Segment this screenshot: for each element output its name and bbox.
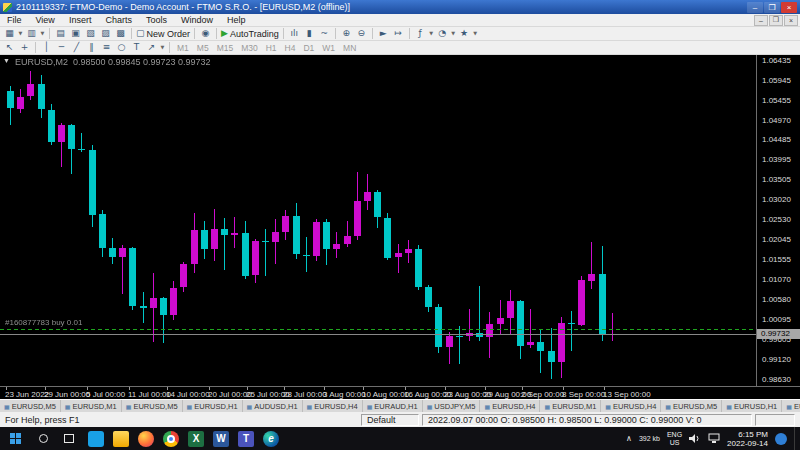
chart-tab[interactable]: ▦EURUSD,M1 bbox=[540, 400, 601, 412]
word-taskbar-icon[interactable]: W bbox=[213, 431, 229, 447]
periods-icon[interactable]: ◔ bbox=[435, 27, 450, 40]
indicators-dropdown-icon[interactable]: ▼ bbox=[428, 27, 435, 40]
chart-tab-icon: ▦ bbox=[307, 403, 313, 410]
objects-dropdown-icon[interactable]: ▼ bbox=[159, 41, 166, 54]
chart-tab[interactable]: ▦EURUSD,H4 bbox=[303, 400, 363, 412]
price-chart-canvas[interactable] bbox=[0, 55, 756, 386]
horizontal-line-icon[interactable]: ─ bbox=[54, 41, 69, 54]
mql5-community-icon[interactable]: ◉ bbox=[198, 27, 213, 40]
one-click-trading-toggle[interactable]: ▼ bbox=[3, 57, 10, 67]
chart-tab[interactable]: ▦EURUSD,H4 bbox=[601, 400, 661, 412]
teams-taskbar-icon[interactable]: T bbox=[238, 431, 254, 447]
timeframe-button-mn[interactable]: MN bbox=[339, 41, 360, 54]
periods-dropdown-icon[interactable]: ▼ bbox=[450, 27, 457, 40]
child-close-button[interactable]: × bbox=[784, 15, 798, 26]
start-button[interactable] bbox=[0, 427, 30, 450]
menu-view[interactable]: View bbox=[29, 14, 62, 26]
arrows-icon[interactable]: ↗ bbox=[144, 41, 159, 54]
edge-taskbar-icon[interactable]: e bbox=[263, 431, 279, 447]
timeframe-button-w1[interactable]: W1 bbox=[318, 41, 339, 54]
menu-charts[interactable]: Charts bbox=[98, 14, 139, 26]
line-chart-icon[interactable]: ~ bbox=[317, 27, 332, 40]
zoom-in-icon[interactable]: ⊕ bbox=[339, 27, 354, 40]
new-chart-dropdown-icon[interactable]: ▼ bbox=[17, 27, 24, 40]
profiles-dropdown-icon[interactable]: ▼ bbox=[39, 27, 46, 40]
language-indicator[interactable]: ENG US bbox=[667, 431, 682, 447]
task-view-button[interactable] bbox=[56, 427, 82, 450]
photos-taskbar-icon[interactable] bbox=[88, 431, 104, 447]
auto-scroll-icon[interactable]: ► bbox=[376, 27, 391, 40]
chart-tab[interactable]: ▦EURUSD,H4 bbox=[480, 400, 540, 412]
tray-chevron-icon[interactable]: ∧ bbox=[626, 434, 632, 443]
time-axis[interactable]: 23 Jun 202229 Jun 00:005 Jul 00:0011 Jul… bbox=[0, 386, 800, 399]
chart-shift-icon[interactable]: ↦ bbox=[391, 27, 406, 40]
templates-icon[interactable]: ★ bbox=[457, 27, 472, 40]
taskbar-clock[interactable]: 6:15 PM 2022-09-14 bbox=[727, 430, 768, 448]
excel-taskbar-icon[interactable]: X bbox=[188, 431, 204, 447]
maximize-button[interactable]: ❒ bbox=[764, 2, 780, 13]
menu-help[interactable]: Help bbox=[220, 14, 253, 26]
menu-tools[interactable]: Tools bbox=[139, 14, 174, 26]
timeframe-button-m1[interactable]: M1 bbox=[173, 41, 193, 54]
menu-insert[interactable]: Insert bbox=[62, 14, 99, 26]
chrome-taskbar-icon[interactable] bbox=[163, 431, 179, 447]
timeframe-button-m5[interactable]: M5 bbox=[193, 41, 213, 54]
zoom-out-icon[interactable]: ⊖ bbox=[354, 27, 369, 40]
chart-tab[interactable]: ▦USDJPY,M5 bbox=[423, 400, 481, 412]
chart-tab[interactable]: ▦EURUSD,H1 bbox=[782, 400, 800, 412]
autotrading-button[interactable]: ▶AutoTrading bbox=[220, 27, 280, 40]
chart-tab[interactable]: ▦EURAUD,H1 bbox=[363, 400, 423, 412]
chart-tab[interactable]: ▦EURUSD,H1 bbox=[722, 400, 782, 412]
menu-file[interactable]: File bbox=[0, 14, 29, 26]
strategy-tester-icon[interactable]: ▩ bbox=[113, 27, 128, 40]
volume-icon[interactable] bbox=[689, 433, 701, 444]
channel-icon[interactable]: ∥ bbox=[84, 41, 99, 54]
chart-tab[interactable]: ▦AUDUSD,H1 bbox=[243, 400, 303, 412]
network-icon[interactable] bbox=[708, 433, 720, 444]
vertical-line-icon[interactable]: │ bbox=[39, 41, 54, 54]
text-icon[interactable]: T bbox=[129, 41, 144, 54]
timeframe-button-d1[interactable]: D1 bbox=[299, 41, 318, 54]
firefox-taskbar-icon[interactable] bbox=[138, 431, 154, 447]
navigator-icon[interactable]: ▧ bbox=[83, 27, 98, 40]
candlestick-chart-icon[interactable]: ▮ bbox=[302, 27, 317, 40]
market-watch-icon[interactable]: ▤ bbox=[53, 27, 68, 40]
crosshair-icon[interactable]: + bbox=[17, 41, 32, 54]
chart-tab[interactable]: ▦EURUSD,M1 bbox=[61, 400, 122, 412]
search-button[interactable] bbox=[30, 427, 56, 450]
close-button[interactable]: × bbox=[781, 2, 797, 13]
time-axis-label: 29 Jun 00:00 bbox=[44, 390, 90, 399]
timeframe-button-h4[interactable]: H4 bbox=[281, 41, 300, 54]
terminal-icon[interactable]: ▨ bbox=[98, 27, 113, 40]
notification-center-icon[interactable] bbox=[775, 433, 787, 445]
shapes-icon[interactable]: ○ bbox=[114, 41, 129, 54]
templates-dropdown-icon[interactable]: ▼ bbox=[472, 27, 479, 40]
file-explorer-taskbar-icon[interactable] bbox=[113, 431, 129, 447]
menu-window[interactable]: Window bbox=[174, 14, 220, 26]
child-minimize-button[interactable]: – bbox=[754, 15, 768, 26]
minimize-button[interactable]: – bbox=[747, 2, 763, 13]
fibonacci-icon[interactable]: ≡ bbox=[99, 41, 114, 54]
chart-tab[interactable]: ▦EURUSD,M5 bbox=[0, 400, 61, 412]
time-axis-tick bbox=[129, 387, 130, 390]
chart-tab[interactable]: ▦EURUSD,M5 bbox=[661, 400, 722, 412]
timeframe-button-m15[interactable]: M15 bbox=[213, 41, 238, 54]
trendline-icon[interactable]: ╱ bbox=[69, 41, 84, 54]
chart-tab[interactable]: ▦EURUSD,M5 bbox=[122, 400, 183, 412]
profiles-icon-glyph: ▥ bbox=[27, 27, 36, 40]
timeframe-button-m30[interactable]: M30 bbox=[237, 41, 262, 54]
cursor-icon[interactable]: ↖ bbox=[2, 41, 17, 54]
status-profile[interactable]: Default bbox=[361, 414, 419, 426]
new-chart-icon[interactable]: ▦ bbox=[2, 27, 17, 40]
child-restore-button[interactable]: ❒ bbox=[769, 15, 783, 26]
data-window-icon[interactable]: ▣ bbox=[68, 27, 83, 40]
new-order-button[interactable]: ▢New Order bbox=[135, 27, 191, 40]
zoom-out-icon-glyph: ⊖ bbox=[357, 27, 365, 40]
bar-chart-icon[interactable]: ılı bbox=[287, 27, 302, 40]
chart-area[interactable]: ▼ EURUSD,M2 0.98500 0.99845 0.99723 0.99… bbox=[0, 55, 800, 399]
show-desktop-button[interactable] bbox=[794, 427, 798, 450]
timeframe-button-h1[interactable]: H1 bbox=[262, 41, 281, 54]
profiles-icon[interactable]: ▥ bbox=[24, 27, 39, 40]
indicators-icon[interactable]: ƒ bbox=[413, 27, 428, 40]
chart-tab[interactable]: ▦EURUSD,H1 bbox=[183, 400, 243, 412]
